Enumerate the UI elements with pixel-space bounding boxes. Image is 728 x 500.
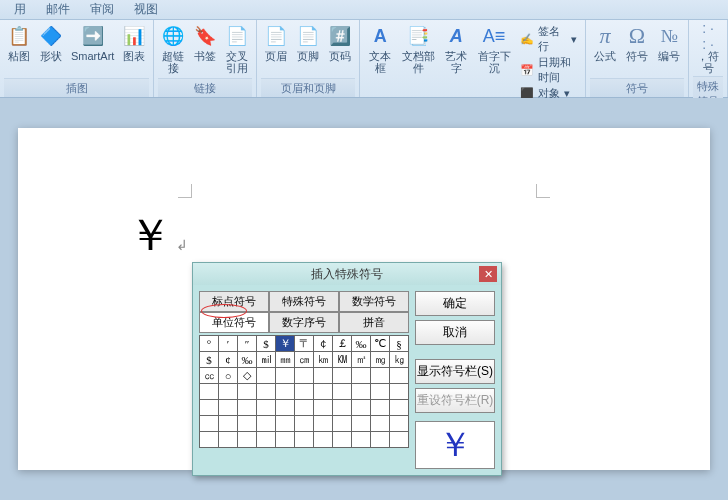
doc-parts-button[interactable]: 📑 文档部件 xyxy=(398,22,438,103)
symbol-cell[interactable] xyxy=(390,432,409,448)
symbol-cell[interactable] xyxy=(238,384,257,400)
symbol-cell[interactable] xyxy=(295,384,314,400)
symbol-cell[interactable] xyxy=(200,416,219,432)
symbol-cell[interactable] xyxy=(352,432,371,448)
symbol-cell[interactable]: ￡ xyxy=(333,336,352,352)
symbol-cell[interactable] xyxy=(219,384,238,400)
symbol-button[interactable]: Ω 符号 xyxy=(622,22,652,78)
symbol-cell[interactable] xyxy=(333,384,352,400)
symbol-cell[interactable]: ￥ xyxy=(276,336,295,352)
symbol-cell[interactable] xyxy=(276,400,295,416)
symbol-cell[interactable] xyxy=(276,384,295,400)
symbol-cell[interactable]: ′ xyxy=(219,336,238,352)
symbol-cell[interactable] xyxy=(276,432,295,448)
show-symbol-bar-button[interactable]: 显示符号栏(S) xyxy=(415,359,495,384)
symbol-cell[interactable] xyxy=(219,400,238,416)
hyperlink-button[interactable]: 🌐 超链接 xyxy=(158,22,188,78)
symbol-cell[interactable]: 〒 xyxy=(295,336,314,352)
reset-symbol-bar-button[interactable]: 重设符号栏(R) xyxy=(415,388,495,413)
header-button[interactable]: 📄 页眉 xyxy=(261,22,291,78)
symbol-cell[interactable]: ㏕ xyxy=(257,352,276,368)
signature-line-button[interactable]: ✍签名行 ▾ xyxy=(520,24,577,54)
symbol-cell[interactable] xyxy=(352,416,371,432)
symbol-cell[interactable]: ㎎ xyxy=(371,352,390,368)
symbol-cell[interactable] xyxy=(295,368,314,384)
symbol-cell[interactable] xyxy=(333,400,352,416)
symbol-cell[interactable] xyxy=(295,400,314,416)
symbol-cell[interactable]: $ xyxy=(257,336,276,352)
tab-unit[interactable]: 单位符号 xyxy=(199,312,269,333)
bookmark-button[interactable]: 🔖 书签 xyxy=(190,22,220,78)
footer-button[interactable]: 📄 页脚 xyxy=(293,22,323,78)
page-number-button[interactable]: #️⃣ 页码 xyxy=(325,22,355,78)
ok-button[interactable]: 确定 xyxy=(415,291,495,316)
symbol-cell[interactable]: ㎞ xyxy=(314,352,333,368)
symbol-cell[interactable]: ○ xyxy=(219,368,238,384)
symbol-cell[interactable] xyxy=(200,384,219,400)
symbol-cell[interactable] xyxy=(295,432,314,448)
symbol-cell[interactable] xyxy=(371,368,390,384)
symbol-cell[interactable] xyxy=(219,416,238,432)
tab-number-seq[interactable]: 数字序号 xyxy=(269,312,339,333)
symbol-cell[interactable] xyxy=(219,432,238,448)
symbol-cell[interactable] xyxy=(390,368,409,384)
chart-button[interactable]: 📊 图表 xyxy=(119,22,149,78)
tab-mail[interactable]: 邮件 xyxy=(36,0,80,20)
tab-punctuation[interactable]: 标点符号 xyxy=(199,291,269,312)
symbol-cell[interactable]: ° xyxy=(200,336,219,352)
symbol-cell[interactable] xyxy=(200,400,219,416)
symbol-cell[interactable]: ‰ xyxy=(238,352,257,368)
symbol-cell[interactable] xyxy=(333,368,352,384)
symbol-cell[interactable] xyxy=(238,416,257,432)
symbol-cell[interactable] xyxy=(352,400,371,416)
symbol-cell[interactable]: § xyxy=(390,336,409,352)
symbol-cell[interactable]: ″ xyxy=(238,336,257,352)
symbol-cell[interactable] xyxy=(257,384,276,400)
cancel-button[interactable]: 取消 xyxy=(415,320,495,345)
numbering-button[interactable]: № 编号 xyxy=(654,22,684,78)
symbol-cell[interactable] xyxy=(390,384,409,400)
symbol-cell[interactable] xyxy=(352,384,371,400)
symbol-cell[interactable]: ◇ xyxy=(238,368,257,384)
symbol-cell[interactable] xyxy=(314,416,333,432)
symbol-cell[interactable]: ㏄ xyxy=(200,368,219,384)
symbol-cell[interactable] xyxy=(390,416,409,432)
symbol-cell[interactable] xyxy=(314,384,333,400)
symbol-cell[interactable] xyxy=(371,400,390,416)
symbol-cell[interactable]: ㏎ xyxy=(333,352,352,368)
symbol-cell[interactable] xyxy=(257,400,276,416)
special-symbol-button[interactable]: : · : · ，符号 xyxy=(693,22,723,76)
symbol-cell[interactable] xyxy=(257,416,276,432)
symbol-cell[interactable] xyxy=(276,416,295,432)
symbol-cell[interactable] xyxy=(333,432,352,448)
smartart-button[interactable]: ➡️ SmartArt xyxy=(68,22,117,78)
dropcap-button[interactable]: A≡ 首字下沉 xyxy=(474,22,514,103)
textbox-button[interactable]: A 文本框 xyxy=(364,22,396,103)
symbol-cell[interactable]: ¢ xyxy=(219,352,238,368)
shapes-button[interactable]: 🔷 形状 xyxy=(36,22,66,78)
symbol-cell[interactable] xyxy=(314,432,333,448)
wordart-button[interactable]: A 艺术字 xyxy=(440,22,472,103)
tab-use[interactable]: 用 xyxy=(4,0,36,20)
tab-special[interactable]: 特殊符号 xyxy=(269,291,339,312)
symbol-cell[interactable] xyxy=(371,384,390,400)
symbol-cell[interactable]: $ xyxy=(200,352,219,368)
equation-button[interactable]: π 公式 xyxy=(590,22,620,78)
tab-view[interactable]: 视图 xyxy=(124,0,168,20)
symbol-cell[interactable] xyxy=(200,432,219,448)
symbol-cell[interactable]: ㎡ xyxy=(352,352,371,368)
tab-math[interactable]: 数学符号 xyxy=(339,291,409,312)
cross-ref-button[interactable]: 📄 交叉 引用 xyxy=(222,22,252,78)
symbol-cell[interactable] xyxy=(333,416,352,432)
close-button[interactable]: ✕ xyxy=(479,266,497,282)
symbol-cell[interactable]: ㎏ xyxy=(390,352,409,368)
symbol-cell[interactable] xyxy=(257,368,276,384)
symbol-cell[interactable]: ℃ xyxy=(371,336,390,352)
symbol-cell[interactable] xyxy=(371,432,390,448)
tab-pinyin[interactable]: 拼音 xyxy=(339,312,409,333)
paste-picture-button[interactable]: 📋 粘图 xyxy=(4,22,34,78)
symbol-cell[interactable] xyxy=(257,432,276,448)
symbol-cell[interactable]: ㎜ xyxy=(276,352,295,368)
symbol-cell[interactable]: ￠ xyxy=(314,336,333,352)
symbol-cell[interactable]: ㎝ xyxy=(295,352,314,368)
